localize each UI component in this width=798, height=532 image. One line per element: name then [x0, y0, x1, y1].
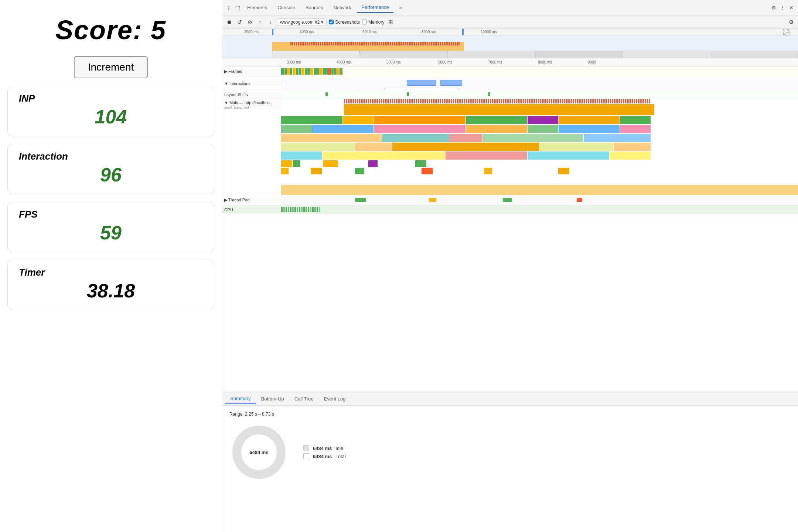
metric-card-interaction: Interaction 96 [7, 144, 214, 194]
main-thread-file: small_tasks.html [224, 106, 279, 109]
stack-row-1 [281, 116, 651, 124]
thread-pool-content[interactable] [281, 195, 798, 205]
frames-content[interactable] [281, 66, 798, 77]
memory-label: Memory [368, 20, 384, 25]
cursor-icon[interactable]: ⊹ [225, 4, 232, 11]
screenshot-strip [272, 51, 798, 58]
fps-label: FPS [19, 209, 203, 220]
interactions-track: ▼ Interactions 68.10 ms Pointer Input de… [222, 77, 798, 90]
metric-card-fps: FPS 59 [7, 202, 214, 252]
bottom-tabs: Summary Bottom-Up Call Tree Event Log [222, 392, 798, 406]
thread-pool-track: ▶ Thread Pool [222, 195, 798, 205]
stack-row-6 [281, 160, 651, 167]
tab-summary[interactable]: Summary [225, 393, 256, 404]
ruler2-8000: 8000 ms [538, 60, 552, 64]
capture-icon[interactable]: ⊞ [386, 18, 395, 26]
clear-icon[interactable]: ⊘ [246, 18, 254, 26]
interaction-label: Interaction [19, 151, 203, 162]
score-title: Score: 5 [55, 15, 166, 45]
thread-pool-label: ▶ Thread Pool [222, 197, 281, 203]
url-badge: www.google.com #2 ▾ [277, 18, 327, 26]
tab-console[interactable]: Console [273, 3, 300, 13]
layout-shifts-label: Layout Shifts [222, 92, 281, 98]
download-icon[interactable]: ↓ [266, 18, 274, 26]
timeline-overview[interactable]: 2000 ms 4000 ms 6000 ms 8000 ms 10000 ms… [222, 29, 798, 58]
legend-idle-color [303, 445, 309, 451]
left-panel: Score: 5 Increment INP 104 Interaction 9… [0, 0, 222, 532]
ruler-tick-6000: 6000 ms [362, 30, 376, 34]
interaction-highlight [407, 80, 436, 86]
range-text: Range: 2.25 s – 8.73 s [229, 412, 791, 417]
frames-track: ▶ Frames [222, 66, 798, 77]
increment-button[interactable]: Increment [74, 56, 148, 78]
fps-value: 59 [19, 222, 203, 244]
stack-row-5 [281, 151, 651, 160]
interaction-tooltip: 68.10 ms Pointer Input delay 66ms Proces… [385, 88, 458, 90]
ruler2-4000: 4000 ms [337, 60, 351, 64]
donut-center-label: 6484 ms [249, 450, 268, 455]
record-icon[interactable]: ⏺ [225, 18, 233, 26]
ruler2-9000: 9000 [588, 60, 596, 64]
stack-row-3 [281, 134, 651, 142]
toolbar-settings-icon[interactable]: ⚙ [787, 18, 795, 26]
bottom-panel: Summary Bottom-Up Call Tree Event Log Ra… [222, 392, 798, 532]
close-icon[interactable]: ✕ [788, 4, 795, 11]
ruler-tick-8000: 8000 ms [422, 30, 436, 34]
stack-row-2 [281, 125, 651, 133]
tab-performance[interactable]: Performance [357, 2, 393, 13]
interactions-label: ▼ Interactions [222, 81, 281, 86]
upload-icon[interactable]: ↑ [256, 18, 264, 26]
ruler-tick-10000: 10000 ms [481, 30, 497, 34]
ruler-tick-2000: 2000 ms [244, 30, 258, 34]
timer-label: Timer [19, 267, 203, 278]
reload-icon[interactable]: ↺ [235, 18, 243, 26]
layout-shifts-content[interactable] [281, 90, 798, 99]
legend-idle-value: 6484 ms [313, 446, 332, 451]
inspect-icon[interactable]: ⬚ [234, 4, 241, 11]
main-thread-track: ▼ Main — http://localhos… small_tasks.ht… [222, 99, 798, 195]
devtools-toolbar: ⏺ ↺ ⊘ ↑ ↓ www.google.com #2 ▾ Screenshot… [222, 16, 798, 29]
legend-total: 6484 ms Total [303, 453, 346, 459]
interactions-content[interactable]: 68.10 ms Pointer Input delay 66ms Proces… [281, 77, 798, 90]
screenshots-checkbox-label: Screenshots [329, 20, 360, 25]
gpu-label: GPU [222, 207, 281, 213]
gpu-content[interactable] [281, 205, 798, 214]
tab-bottom-up[interactable]: Bottom-Up [256, 394, 289, 404]
tab-sources[interactable]: Sources [301, 3, 328, 13]
screenshots-label: Screenshots [335, 20, 360, 25]
url-text: www.google.com #2 [280, 20, 320, 25]
selection-handle-left[interactable] [272, 29, 273, 35]
stack-row-4 [281, 143, 651, 151]
tab-call-tree[interactable]: Call Tree [289, 394, 319, 404]
devtools-header: ⊹ ⬚ Elements Console Sources Network Per… [222, 0, 798, 16]
interaction-highlight-2 [440, 80, 462, 86]
inp-value: 104 [19, 106, 203, 128]
tab-network[interactable]: Network [329, 3, 356, 13]
bottom-content: Range: 2.25 s – 8.73 s 6484 ms 6484 ms I… [222, 406, 798, 532]
timeline-tracks: 3000 ms 4000 ms 5000 ms 6000 ms 7000 ms … [222, 58, 798, 392]
tab-event-log[interactable]: Event Log [319, 394, 351, 404]
inp-label: INP [19, 93, 203, 104]
screenshots-checkbox[interactable] [329, 20, 334, 24]
main-thread-label: ▼ Main — http://localhos… small_tasks.ht… [222, 99, 281, 110]
legend-idle-label: Idle [335, 446, 343, 451]
ruler2-3000: 3000 ms [287, 60, 301, 64]
ruler-tick-4000: 4000 ms [300, 30, 314, 34]
tab-elements[interactable]: Elements [243, 3, 272, 13]
legend-idle: 6484 ms Idle [303, 445, 346, 451]
main-thread-content[interactable] [281, 99, 798, 195]
timeline-ruler-2: 3000 ms 4000 ms 5000 ms 6000 ms 7000 ms … [222, 58, 798, 66]
selection-handle-right[interactable] [462, 29, 464, 35]
legend-total-value: 6484 ms [313, 454, 332, 459]
interaction-value: 96 [19, 164, 203, 186]
tab-more[interactable]: » [395, 3, 406, 13]
url-dropdown-icon[interactable]: ▾ [321, 20, 323, 25]
frames-label: ▶ Frames [222, 68, 281, 75]
metric-card-inp: INP 104 [7, 86, 214, 136]
bottom-strip [281, 185, 798, 195]
summary-body: 6484 ms 6484 ms Idle 6484 ms Total [229, 423, 791, 482]
settings-icon[interactable]: ⚙ [770, 4, 777, 11]
more-icon[interactable]: ⋮ [779, 4, 786, 11]
memory-checkbox[interactable] [362, 20, 367, 24]
main-block-1 [344, 104, 654, 115]
